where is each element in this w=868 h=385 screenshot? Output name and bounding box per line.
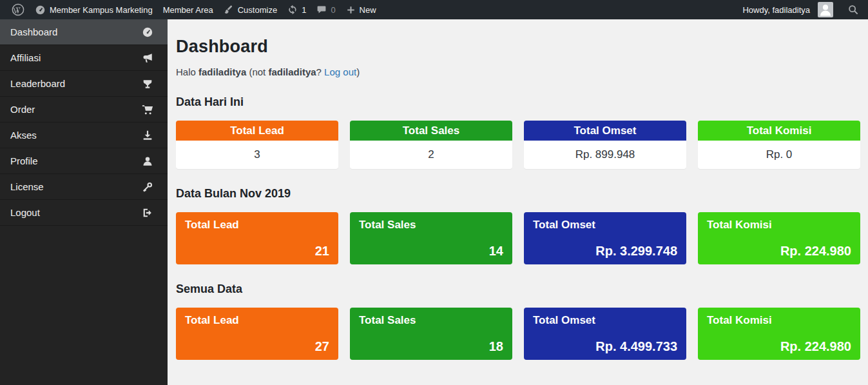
card-value: Rp. 0 [698,141,860,169]
dashboard-gauge-icon [35,5,46,15]
card-title: Total Sales [350,121,512,141]
all-total-lead-card: Total Lead 27 [176,308,338,360]
new-menu[interactable]: New [341,0,381,19]
card-value: Rp. 4.499.733 [595,339,677,354]
card-title: Total Omset [524,121,686,141]
today-total-lead-card: Total Lead 3 [176,121,338,169]
comments-indicator[interactable]: 0 [311,0,340,19]
sidebar-item-leaderboard[interactable]: Leaderboard [0,71,168,97]
card-title: Total Sales [359,219,503,232]
section-heading-today: Data Hari Ini [176,95,860,109]
admin-bar: Member Kampus Marketing Member Area Cust… [0,0,868,19]
new-label: New [360,5,376,15]
wordpress-logo-icon[interactable] [6,0,30,19]
sidebar-item-label: Logout [10,207,40,218]
sidebar-item-label: Leaderboard [10,78,65,89]
sidebar-item-label: Profile [10,155,38,166]
card-title: Total Lead [185,314,329,327]
comments-count: 0 [331,5,335,15]
sign-out-icon [142,207,153,219]
brush-icon [224,5,234,15]
wordpress-logo-icon [12,3,24,16]
site-menu[interactable]: Member Kampus Marketing [30,0,158,19]
card-title: Total Komisi [707,219,851,232]
card-value: Rp. 224.980 [780,244,851,259]
greeting-question: ? [316,66,325,77]
sidebar: Dashboard Affiliasi Leaderboard [0,19,168,385]
plus-icon [346,5,356,15]
card-title: Total Omset [533,219,677,232]
card-value: 18 [489,339,503,354]
sidebar-item-label: Dashboard [10,26,57,37]
sidebar-item-profile[interactable]: Profile [0,148,168,174]
card-value: 14 [489,244,503,259]
card-value: 2 [350,141,512,169]
sidebar-item-label: Akses [10,130,37,141]
user-icon [142,155,153,167]
sidebar-item-logout[interactable]: Logout [0,200,168,226]
today-total-sales-card: Total Sales 2 [350,121,512,169]
all-total-komisi-card: Total Komisi Rp. 224.980 [698,308,860,360]
all-total-sales-card: Total Sales 18 [350,308,512,360]
main-content: Dashboard Halo fadiladitya (not fadiladi… [168,19,868,385]
sidebar-item-order[interactable]: Order [0,97,168,123]
updates-indicator[interactable]: 1 [282,0,311,19]
card-value: 21 [315,244,329,259]
updates-count: 1 [302,5,306,15]
month-total-lead-card: Total Lead 21 [176,212,338,264]
cart-icon [142,104,153,115]
sidebar-item-license[interactable]: License [0,174,168,200]
greeting-text: Halo fadiladitya (not fadiladitya? Log o… [176,66,860,77]
greeting-mid: (not [246,66,268,77]
section-heading-month: Data Bulan Nov 2019 [176,187,860,201]
all-card-row: Total Lead 27 Total Sales 18 Total Omset… [176,308,860,360]
card-title: Total Lead [176,121,338,141]
key-icon [142,181,153,193]
card-title: Total Sales [359,314,503,327]
section-heading-all: Semua Data [176,282,860,296]
customize-label: Customize [238,5,277,15]
site-name: Member Kampus Marketing [50,5,153,15]
admin-bar-right: Howdy, fadiladitya [737,0,862,19]
customize-link[interactable]: Customize [218,0,282,19]
card-value: 27 [315,339,329,354]
card-value: Rp. 3.299.748 [595,244,677,259]
card-title: Total Komisi [707,314,851,327]
card-value: Rp. 899.948 [524,141,686,169]
log-out-link[interactable]: Log out [324,66,356,77]
greeting-username: fadiladitya [198,66,246,77]
search-icon[interactable] [845,4,862,15]
month-total-sales-card: Total Sales 14 [350,212,512,264]
sidebar-item-akses[interactable]: Akses [0,123,168,148]
download-icon [142,130,153,141]
all-total-omset-card: Total Omset Rp. 4.499.733 [524,308,686,360]
sidebar-item-label: Order [10,104,35,115]
card-title: Total Lead [185,219,329,232]
page-title: Dashboard [176,37,860,57]
avatar [818,2,833,17]
card-title: Total Omset [533,314,677,327]
megaphone-icon [142,52,153,64]
greeting-username-2: fadiladitya [268,66,316,77]
month-card-row: Total Lead 21 Total Sales 14 Total Omset… [176,212,860,264]
card-value: 3 [176,141,338,169]
comment-icon [316,5,327,15]
today-card-row: Total Lead 3 Total Sales 2 Total Omset R… [176,121,860,169]
gauge-icon [142,26,153,38]
card-title: Total Komisi [698,121,860,141]
month-total-komisi-card: Total Komisi Rp. 224.980 [698,212,860,264]
today-total-omset-card: Total Omset Rp. 899.948 [524,121,686,169]
today-total-komisi-card: Total Komisi Rp. 0 [698,121,860,169]
admin-bar-left: Member Kampus Marketing Member Area Cust… [6,0,381,19]
sidebar-item-dashboard[interactable]: Dashboard [0,19,168,45]
trophy-icon [142,78,153,90]
greeting-prefix: Halo [176,66,198,77]
month-total-omset-card: Total Omset Rp. 3.299.748 [524,212,686,264]
member-area-link[interactable]: Member Area [158,0,218,19]
sidebar-item-label: Affiliasi [10,52,41,63]
sidebar-item-affiliasi[interactable]: Affiliasi [0,45,168,71]
greeting-suffix: ) [356,66,360,77]
howdy-text: Howdy, fadiladitya [742,5,810,15]
card-value: Rp. 224.980 [780,339,851,354]
account-menu[interactable]: Howdy, fadiladitya [737,0,845,19]
